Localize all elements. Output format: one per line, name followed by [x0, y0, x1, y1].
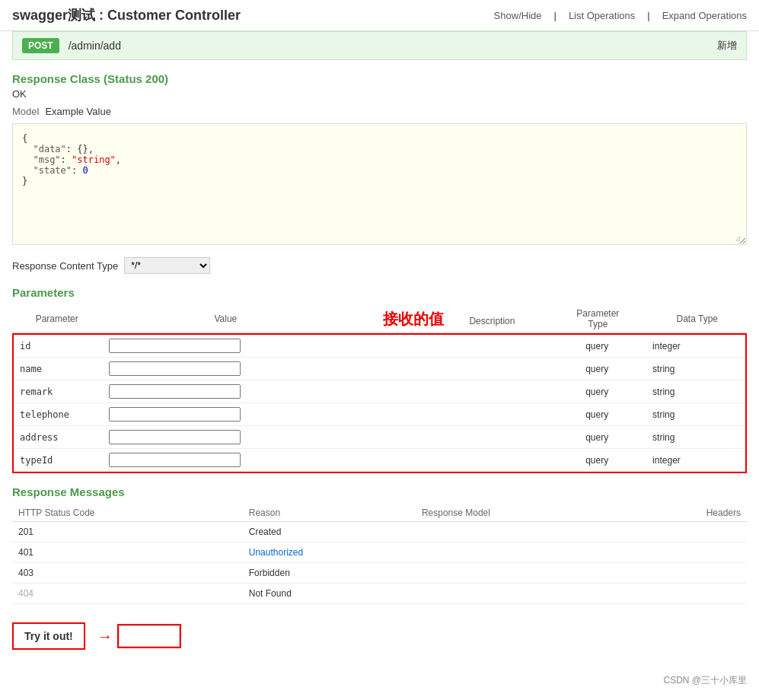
- table-row: 404 Not Found: [12, 584, 747, 604]
- response-messages-title: Response Messages: [12, 485, 747, 498]
- resp-reason-401: Unauthorized: [243, 542, 416, 563]
- right-arrow-icon: →: [97, 628, 113, 645]
- param-name-id: id: [14, 335, 103, 358]
- param-desc-name: [350, 358, 548, 380]
- param-name-typeid: typeId: [14, 449, 103, 472]
- param-desc-id: [350, 335, 548, 358]
- table-row: address query string: [14, 426, 745, 449]
- show-hide-link[interactable]: Show/Hide: [494, 10, 542, 21]
- param-type-id: query: [547, 335, 646, 358]
- param-input-typeid[interactable]: [109, 453, 241, 467]
- content-type-select[interactable]: */* application/json application/xml tex…: [124, 257, 210, 274]
- controller-name: Customer Controller: [107, 8, 241, 23]
- table-row: name query string: [14, 358, 745, 380]
- param-header-datatype: Data Type: [648, 305, 747, 333]
- param-type-address: query: [547, 426, 646, 449]
- resp-reason-403: Forbidden: [243, 563, 416, 584]
- table-row: 401 Unauthorized: [12, 542, 747, 563]
- resp-code-403: 403: [12, 563, 243, 584]
- resp-model-404: [416, 584, 626, 604]
- param-header-name: Parameter: [12, 305, 101, 333]
- page-title: swagger测试 : Customer Controller: [12, 6, 241, 24]
- swagger-brand: swagger测试: [12, 8, 95, 23]
- resp-headers-403: [626, 563, 747, 584]
- resp-model-401: [416, 542, 626, 563]
- param-name-remark: remark: [14, 380, 103, 403]
- nav-divider-1: |: [553, 10, 556, 21]
- try-it-out-button[interactable]: Try it out!: [12, 622, 85, 650]
- resp-reason-201: Created: [243, 522, 416, 542]
- main-content: POST /admin/add 新增 Response Class (Statu…: [0, 31, 759, 668]
- param-input-name[interactable]: [109, 361, 241, 376]
- endpoint-path: /admin/add: [69, 40, 121, 52]
- response-content-type-row: Response Content Type */* application/js…: [12, 257, 747, 274]
- param-desc-remark: [350, 380, 548, 403]
- list-operations-link[interactable]: List Operations: [569, 10, 635, 21]
- param-name-name: name: [14, 358, 103, 380]
- resize-handle[interactable]: ◿: [735, 234, 745, 243]
- page-header: swagger测试 : Customer Controller Show/Hid…: [0, 0, 759, 31]
- title-separator: :: [95, 8, 107, 23]
- parameters-section: Parameters Parameter Value 接收的值 Descript…: [12, 286, 747, 473]
- param-value-id[interactable]: [103, 335, 350, 358]
- param-header-desc: 接收的值 Description: [349, 305, 548, 333]
- param-input-id[interactable]: [109, 339, 241, 353]
- resp-model-403: [416, 563, 626, 584]
- page-footer: CSDN @三十小库里: [0, 668, 759, 693]
- param-value-name[interactable]: [103, 358, 350, 380]
- parameters-title: Parameters: [12, 286, 747, 299]
- param-value-telephone[interactable]: [103, 403, 350, 426]
- table-row: 201 Created: [12, 522, 747, 542]
- param-desc-telephone: [350, 403, 548, 426]
- try-it-out-section: Try it out! →: [12, 616, 747, 656]
- resp-header-model: Response Model: [416, 504, 626, 522]
- parameters-table-wrapper: Parameter Value 接收的值 Description Paramet…: [12, 305, 747, 473]
- example-value-link[interactable]: Example Value: [45, 106, 110, 117]
- model-label: Model: [12, 106, 39, 117]
- table-row: remark query string: [14, 380, 745, 403]
- param-dtype-telephone: string: [646, 403, 745, 426]
- param-header-description-label: Description: [469, 316, 515, 326]
- post-endpoint-bar: POST /admin/add 新增: [12, 31, 747, 60]
- resp-header-headers: Headers: [626, 504, 747, 522]
- response-messages-table: HTTP Status Code Reason Response Model H…: [12, 504, 747, 604]
- param-dtype-address: string: [646, 426, 745, 449]
- expand-operations-link[interactable]: Expand Operations: [662, 10, 747, 21]
- resp-model-201: [416, 522, 626, 542]
- param-value-remark[interactable]: [103, 380, 350, 403]
- param-desc-typeid: [350, 449, 548, 472]
- resp-reason-404: Not Found: [243, 584, 416, 604]
- param-input-telephone[interactable]: [109, 407, 241, 422]
- response-status-text: OK: [12, 88, 747, 100]
- param-value-address[interactable]: [103, 426, 350, 449]
- param-type-name: query: [547, 358, 646, 380]
- parameters-data-block: id query integer name query str: [12, 333, 747, 473]
- param-desc-address: [350, 426, 548, 449]
- header-navigation: Show/Hide | List Operations | Expand Ope…: [494, 10, 747, 21]
- param-type-telephone: query: [547, 403, 646, 426]
- param-type-typeid: query: [547, 449, 646, 472]
- param-input-address[interactable]: [109, 430, 241, 444]
- unauthorized-link[interactable]: Unauthorized: [249, 547, 303, 558]
- resp-table-header-row: HTTP Status Code Reason Response Model H…: [12, 504, 747, 522]
- response-class-title: Response Class (Status 200): [12, 72, 747, 85]
- table-row: id query integer: [14, 335, 745, 358]
- annotation-text: 接收的值: [383, 310, 444, 327]
- param-dtype-name: string: [646, 358, 745, 380]
- param-input-remark[interactable]: [109, 384, 241, 399]
- param-name-telephone: telephone: [14, 403, 103, 426]
- try-it-input[interactable]: [119, 625, 180, 647]
- parameters-data-table: id query integer name query str: [14, 335, 745, 472]
- resp-code-404: 404: [12, 584, 243, 604]
- nav-divider-2: |: [647, 10, 649, 21]
- parameters-header-row: Parameter Value 接收的值 Description Paramet…: [12, 305, 747, 333]
- model-row: Model Example Value: [12, 106, 747, 117]
- resp-headers-401: [626, 542, 747, 563]
- param-value-typeid[interactable]: [103, 449, 350, 472]
- param-name-address: address: [14, 426, 103, 449]
- resp-header-reason: Reason: [243, 504, 416, 522]
- watermark-text: CSDN @三十小库里: [663, 674, 747, 687]
- response-class-section: Response Class (Status 200) OK Model Exa…: [12, 72, 747, 245]
- arrow-area: →: [97, 625, 180, 647]
- parameters-table: Parameter Value 接收的值 Description Paramet…: [12, 305, 747, 333]
